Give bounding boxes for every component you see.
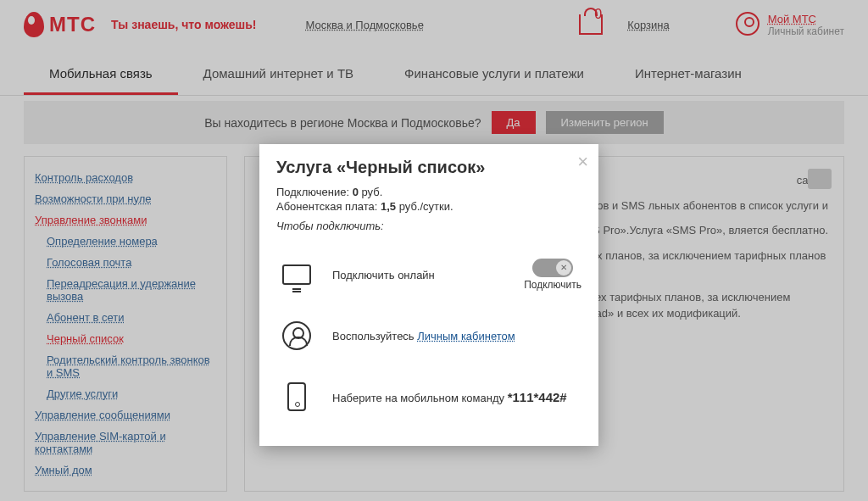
cabinet-link[interactable]: Личным кабинетом [417, 330, 515, 342]
modal-row-online: Подключить онлайн Подключить [276, 244, 581, 305]
modal-online-text: Подключить онлайн [332, 269, 509, 281]
modal-cabinet-text: Воспользуйтесь Личным кабинетом [332, 330, 581, 342]
modal-fee-line: Абонентская плата: 1,5 руб./сутки. [276, 200, 581, 213]
modal-ussd-text: Наберите на мобильном команду *111*442# [332, 390, 581, 404]
phone-icon [287, 382, 306, 411]
modal-title: Услуга «Черный список» [276, 158, 581, 177]
modal-row-ussd: Наберите на мобильном команду *111*442# [276, 366, 581, 427]
modal-blacklist: × Услуга «Черный список» Подключение: 0 … [259, 144, 598, 446]
modal-connect-line: Подключение: 0 руб. [276, 186, 581, 198]
profile-icon [282, 321, 311, 350]
monitor-icon [282, 264, 311, 285]
modal-row-cabinet: Воспользуйтесь Личным кабинетом [276, 305, 581, 366]
modal-instruction: Чтобы подключить: [276, 220, 581, 232]
close-icon[interactable]: × [577, 153, 588, 171]
connect-toggle[interactable] [532, 259, 573, 277]
toggle-label: Подключить [524, 279, 581, 291]
